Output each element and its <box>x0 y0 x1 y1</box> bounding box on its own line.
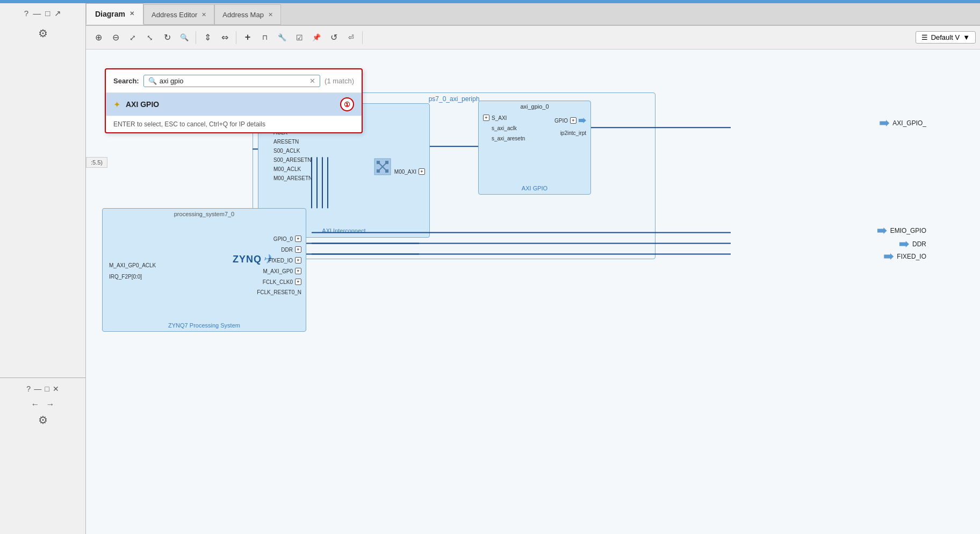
question-icon[interactable]: ? <box>24 9 28 18</box>
port-s-axi-aclk: s_axi_aclk <box>492 125 525 131</box>
question-icon-2[interactable]: ? <box>26 385 31 393</box>
back-nav-icon[interactable]: ← <box>31 400 40 409</box>
diagram-canvas[interactable]: :5.5) ps7_0_axi_periph + + S00_AXI <box>86 49 980 534</box>
port-s-axi-aresetn: s_axi_aresetn <box>492 136 525 141</box>
view-dropdown-arrow: ▼ <box>963 33 970 41</box>
tab-address-editor[interactable]: Address Editor ✕ <box>143 4 214 25</box>
right-label-ddr-text: DDR <box>912 240 926 248</box>
port-m-axi-gp0: M_AXI_GP0 <box>263 268 293 274</box>
main-content: Diagram ✕ Address Editor ✕ Address Map ✕… <box>86 3 980 534</box>
tab-bar: Diagram ✕ Address Editor ✕ Address Map ✕ <box>86 3 980 26</box>
distribute-button[interactable]: ⇔ <box>217 30 233 45</box>
port-m00-axi: M00_AXI <box>394 169 416 175</box>
sidebar-gear-icon[interactable]: ⚙ <box>38 27 48 40</box>
zoom-in-button[interactable]: ⊕ <box>90 30 106 45</box>
m-axi-gp0-plus[interactable]: + <box>295 268 301 274</box>
right-label-ddr: DDR <box>899 240 926 248</box>
tab-address-map[interactable]: Address Map ✕ <box>214 4 281 25</box>
sidebar-bottom-panel: ? — □ ✕ ← → ⚙ <box>0 378 85 534</box>
fit-selection-button[interactable]: ⤡ <box>142 30 158 45</box>
search-label: Search: <box>113 77 139 85</box>
right-label-axi-gpio: AXI_GPIO_ <box>880 119 926 127</box>
validate-button[interactable]: ☑ <box>291 30 307 45</box>
drc-button[interactable]: ⏎ <box>343 30 359 45</box>
port-gpio-0: GPIO_0 <box>273 236 293 242</box>
result-badge: ① <box>340 97 354 111</box>
tab-address-map-close[interactable]: ✕ <box>268 11 273 18</box>
port-ddr: DDR <box>281 247 293 253</box>
fclk-clk0-plus[interactable]: + <box>295 279 301 285</box>
view-dropdown[interactable]: ☰ Default V ▼ <box>916 31 976 44</box>
result-name: AXI GPIO <box>126 100 159 109</box>
tab-address-editor-close[interactable]: ✕ <box>201 11 206 18</box>
result-icon: ✦ <box>113 99 120 110</box>
m00-axi-plus[interactable]: + <box>419 168 425 175</box>
search-button[interactable]: 🔍 <box>176 30 192 45</box>
port-fclk-clk0: FCLK_CLK0 <box>263 279 293 285</box>
port-s-axi: S_AXI <box>492 115 507 121</box>
minimize-icon[interactable]: — <box>33 9 41 18</box>
zoom-out-button[interactable]: ⊖ <box>107 30 124 45</box>
regen-button[interactable]: ↺ <box>326 30 342 45</box>
svg-rect-5 <box>377 169 380 173</box>
axi-gpio-title: axi_gpio_0 <box>479 101 590 110</box>
ps7-title: processing_system7_0 <box>103 209 306 217</box>
view-dropdown-icon: ☰ <box>921 33 928 41</box>
fixed-io-plus[interactable]: + <box>295 257 301 264</box>
forward-nav-icon[interactable]: → <box>46 400 55 409</box>
gpio-0-plus[interactable]: + <box>295 236 301 242</box>
svg-rect-4 <box>385 161 388 164</box>
axi-gpio-block: axi_gpio_0 + S_AXI s_axi_aclk s_axi_ares… <box>478 101 591 195</box>
view-dropdown-label: Default V <box>931 33 960 41</box>
s-axi-plus[interactable]: + <box>483 115 489 121</box>
tab-diagram-close[interactable]: ✕ <box>129 10 134 17</box>
port-s00-aresetn: S00_ARESETN <box>273 157 312 163</box>
port-fclk-reset: FCLK_RESET0_N <box>257 289 301 295</box>
maximize-icon[interactable]: □ <box>45 9 50 18</box>
refresh-button[interactable]: ↻ <box>159 30 175 45</box>
port-irq-f2p: IRQ_F2P[0:0] <box>109 274 156 280</box>
port-aresetn: ARESETN <box>273 139 312 145</box>
toolbar-separator-1 <box>196 31 196 44</box>
info-label: :5.5) <box>86 157 107 168</box>
close-icon-2[interactable]: ✕ <box>53 385 59 393</box>
svg-rect-6 <box>385 169 388 173</box>
properties-button[interactable]: 🔧 <box>274 30 290 45</box>
gpio-arrow <box>579 118 586 123</box>
toolbar-separator-3 <box>362 31 363 44</box>
fit-window-button[interactable]: ⤢ <box>125 30 141 45</box>
tab-address-map-label: Address Map <box>222 11 264 19</box>
search-match-text: (1 match) <box>325 77 354 85</box>
right-label-emio: EMIO_GPIO <box>877 227 926 234</box>
align-button[interactable]: ⇕ <box>199 30 215 45</box>
port-fixed-io: FIXED_IO <box>268 258 293 264</box>
tab-address-editor-label: Address Editor <box>152 11 197 19</box>
search-result-row[interactable]: ✦ AXI GPIO ① <box>106 92 362 116</box>
search-clear-icon[interactable]: ✕ <box>309 77 315 85</box>
search-panel: Search: 🔍 ✕ (1 match) ✦ AXI GPIO ① <box>105 68 363 133</box>
restore-icon[interactable]: ↗ <box>54 9 61 18</box>
toolbar: ⊕ ⊖ ⤢ ⤡ ↻ 🔍 ⇕ ⇔ + ⊓ 🔧 ☑ 📌 ↺ ⏎ ☰ <box>86 26 980 49</box>
ps7-block: processing_system7_0 M_AXI_GP0_ACLK IRQ_… <box>102 208 306 332</box>
sidebar-gear-icon-2[interactable]: ⚙ <box>38 414 48 426</box>
address-button[interactable]: 📌 <box>308 30 325 45</box>
right-label-axi-gpio-text: AXI_GPIO_ <box>892 119 926 127</box>
sidebar-top-panel: ? — □ ↗ ⚙ <box>0 3 85 378</box>
tab-diagram[interactable]: Diagram ✕ <box>86 3 143 25</box>
minimize-icon-2[interactable]: — <box>34 385 41 393</box>
port-gpio-label: GPIO <box>554 118 568 124</box>
right-label-fixed-io-text: FIXED_IO <box>897 253 926 260</box>
ddr-plus[interactable]: + <box>295 246 301 253</box>
left-sidebar: ? — □ ↗ ⚙ ? — □ ✕ ← → ⚙ <box>0 3 86 534</box>
gpio-plus[interactable]: + <box>570 117 577 124</box>
add-ip-button[interactable]: + <box>240 30 256 45</box>
maximize-icon-2[interactable]: □ <box>45 385 49 393</box>
connect-button[interactable]: ⊓ <box>257 30 273 45</box>
search-input[interactable] <box>160 77 307 85</box>
search-row: Search: 🔍 ✕ (1 match) <box>106 69 362 92</box>
port-ip2intc: ip2intc_irpt <box>560 130 586 136</box>
search-input-wrap[interactable]: 🔍 ✕ <box>143 75 320 87</box>
right-label-fixed-io: FIXED_IO <box>884 253 926 260</box>
toolbar-separator-2 <box>236 31 236 44</box>
search-mag-icon: 🔍 <box>148 77 157 85</box>
